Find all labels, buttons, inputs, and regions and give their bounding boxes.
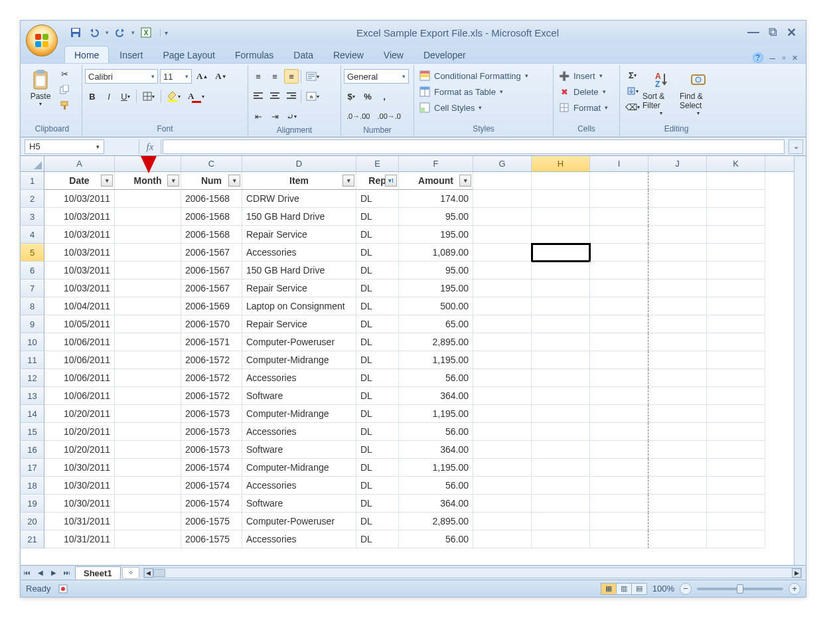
cell[interactable]: [473, 333, 532, 351]
cell[interactable]: DL: [356, 423, 399, 441]
cell[interactable]: 2006-1568: [181, 190, 242, 208]
cell[interactable]: 2006-1567: [181, 244, 242, 262]
cell[interactable]: [473, 441, 532, 459]
excel-doc-icon[interactable]: X: [139, 25, 153, 40]
border-icon[interactable]: ▾: [140, 89, 157, 104]
fx-icon[interactable]: fx: [139, 139, 161, 154]
table-header-cell[interactable]: Num▾: [181, 172, 242, 190]
cell[interactable]: 65.00: [399, 315, 473, 333]
cell[interactable]: [648, 226, 707, 244]
cell[interactable]: [707, 477, 765, 495]
cell[interactable]: DL: [356, 495, 399, 513]
font-name-combo[interactable]: Calibri▾: [85, 69, 158, 84]
view-page-layout-icon[interactable]: ▥: [616, 583, 632, 595]
cell[interactable]: [707, 369, 765, 387]
cell[interactable]: DL: [356, 459, 399, 477]
row-header[interactable]: 8: [21, 297, 44, 315]
cell[interactable]: DL: [356, 513, 399, 530]
row-header[interactable]: 19: [21, 495, 44, 513]
cell[interactable]: Computer-Poweruser: [242, 513, 356, 530]
cell[interactable]: [473, 351, 532, 369]
cell[interactable]: [473, 172, 532, 190]
cell[interactable]: [473, 387, 532, 405]
cell[interactable]: Laptop on Consignment: [242, 297, 356, 315]
cell[interactable]: 10/06/2011: [44, 387, 115, 405]
cell[interactable]: [590, 262, 648, 280]
cell[interactable]: Computer-Midrange: [242, 351, 356, 369]
cell[interactable]: Computer-Midrange: [242, 459, 356, 477]
cell[interactable]: DL: [356, 351, 399, 369]
cell[interactable]: 2,895.00: [399, 333, 473, 351]
doc-close-icon[interactable]: ×: [792, 52, 798, 63]
cell[interactable]: Repair Service: [242, 280, 356, 297]
comma-style-icon[interactable]: ,: [377, 89, 392, 104]
align-right-icon[interactable]: [284, 89, 299, 104]
cell[interactable]: [473, 513, 532, 530]
cell[interactable]: [707, 333, 765, 351]
zoom-out-icon[interactable]: −: [680, 583, 692, 595]
cell[interactable]: [115, 369, 181, 387]
cell[interactable]: [473, 262, 532, 280]
tab-home[interactable]: Home: [64, 46, 109, 63]
cell[interactable]: Accessories: [242, 477, 356, 495]
cell[interactable]: [532, 172, 590, 190]
cell[interactable]: 364.00: [399, 387, 473, 405]
new-sheet-icon[interactable]: ✧: [122, 567, 139, 579]
copy-icon[interactable]: [57, 82, 72, 97]
cell[interactable]: [115, 477, 181, 495]
zoom-in-icon[interactable]: +: [789, 583, 800, 595]
cell[interactable]: [473, 297, 532, 315]
sort-filter-button[interactable]: AZ Sort & Filter▾: [643, 66, 680, 116]
cell[interactable]: [590, 423, 648, 441]
cell[interactable]: 2006-1573: [181, 423, 242, 441]
cell[interactable]: 2006-1567: [181, 280, 242, 297]
cell[interactable]: [532, 297, 590, 315]
column-header[interactable]: H: [532, 156, 590, 171]
redo-icon[interactable]: [113, 25, 127, 40]
cell[interactable]: [473, 208, 532, 226]
cell[interactable]: [707, 244, 765, 262]
cell[interactable]: 150 GB Hard Drive: [242, 208, 356, 226]
cell[interactable]: [473, 530, 532, 548]
cell[interactable]: [473, 477, 532, 495]
cell[interactable]: [648, 244, 707, 262]
cell[interactable]: Computer-Poweruser: [242, 333, 356, 351]
cell[interactable]: Repair Service: [242, 226, 356, 244]
cell[interactable]: Accessories: [242, 369, 356, 387]
italic-icon[interactable]: I: [102, 89, 116, 104]
cell[interactable]: 95.00: [399, 208, 473, 226]
cell[interactable]: 2006-1573: [181, 441, 242, 459]
cell[interactable]: [707, 495, 765, 513]
cell[interactable]: [115, 333, 181, 351]
undo-icon[interactable]: [87, 25, 102, 40]
increase-decimal-icon[interactable]: .0→.00: [344, 109, 372, 123]
cell[interactable]: [115, 387, 181, 405]
cell[interactable]: 10/06/2011: [44, 351, 115, 369]
number-format-combo[interactable]: General▾: [344, 69, 409, 84]
table-header-cell[interactable]: Amount▾: [399, 172, 473, 190]
view-normal-icon[interactable]: ▦: [601, 583, 617, 595]
font-color-icon[interactable]: A▾: [185, 89, 207, 104]
active-cell[interactable]: [532, 244, 590, 262]
cell[interactable]: 2006-1575: [181, 513, 242, 530]
column-header[interactable]: D: [242, 156, 356, 171]
cell[interactable]: [532, 405, 590, 423]
paste-button[interactable]: Paste ▾: [25, 66, 56, 107]
cell[interactable]: [532, 315, 590, 333]
cell[interactable]: [473, 280, 532, 297]
zoom-level[interactable]: 100%: [652, 584, 674, 594]
column-header[interactable]: A: [44, 156, 115, 171]
cell[interactable]: DL: [356, 369, 399, 387]
cell[interactable]: [648, 513, 707, 530]
cell[interactable]: [707, 262, 765, 280]
minimize-icon[interactable]: —: [747, 25, 759, 40]
cell[interactable]: [590, 441, 648, 459]
row-header[interactable]: 3: [21, 208, 44, 226]
row-header[interactable]: 15: [21, 423, 44, 441]
fill-icon[interactable]: ▾: [623, 84, 643, 98]
save-icon[interactable]: [68, 25, 83, 40]
cell[interactable]: [590, 190, 648, 208]
cell[interactable]: [707, 226, 765, 244]
sheet-tab[interactable]: Sheet1: [75, 566, 121, 580]
cell[interactable]: 10/03/2011: [44, 280, 115, 297]
